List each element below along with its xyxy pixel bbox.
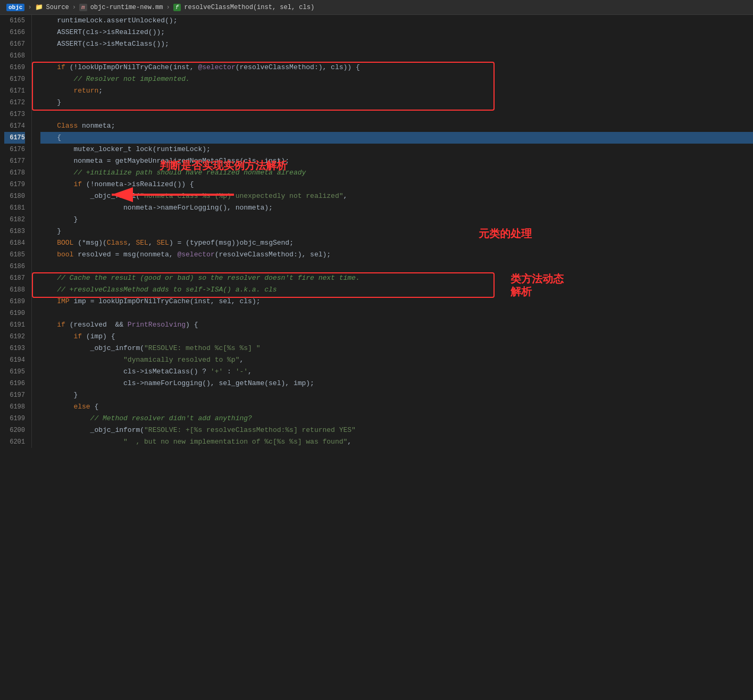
func-icon: f [173,4,181,11]
code-line: { [40,132,753,144]
line-number: 6199 [4,413,25,424]
code-line: else { [40,401,753,413]
sep1: › [28,4,31,11]
code-line: " , but no new implementation of %c[%s %… [40,436,753,448]
breadcrumb-bar: objc › 📁 Source › m objc-runtime-new.mm … [0,0,753,15]
file-icon: m [79,4,87,11]
code-line: // Method resolver didn't add anything? [40,413,753,424]
line-number: 6196 [4,378,25,389]
line-content: if (!nonmeta->isRealized()) { [40,179,194,190]
line-number: 6168 [4,50,25,62]
code-line: } [40,226,753,237]
code-line: _objc_fatal("nonmeta class %s (%p) unexp… [40,190,753,202]
line-number: 6197 [4,389,25,401]
code-line: cls->nameForLogging(), sel_getName(sel),… [40,378,753,389]
code-line: } [40,389,753,401]
line-number: 6187 [4,272,25,284]
line-content: mutex_locker_t lock(runtimeLock); [40,144,211,155]
line-number: 6173 [4,109,25,120]
line-content: _objc_inform("RESOLVE: +[%s resolveClass… [40,424,356,436]
line-number: 6171 [4,85,25,97]
code-line: if (!nonmeta->isRealized()) { [40,179,753,190]
line-content: // Cache the result (good or bad) so the… [40,272,360,284]
line-number: 6183 [4,226,25,237]
line-content: { [40,132,61,144]
line-number: 6190 [4,307,25,319]
line-number: 6180 [4,190,25,202]
line-number: 6175 [4,132,25,144]
code-line: if (imp) { [40,331,753,343]
line-content: IMP imp = lookUpImpOrNilTryCache(inst, s… [40,296,260,307]
line-number: 6194 [4,354,25,366]
line-content: ASSERT(cls->isRealized()); [40,27,165,38]
code-line: if (resolved && PrintResolving) { [40,319,753,331]
line-number: 6172 [4,97,25,109]
folder-icon: 📁 [35,3,43,11]
code-line: ASSERT(cls->isRealized()); [40,27,753,38]
line-number: 6174 [4,120,25,132]
line-content: bool resolved = msg(nonmeta, @selector(r… [40,249,331,261]
line-content: } [40,389,78,401]
line-content: } [40,214,78,226]
line-content: // +initialize path should have realized… [40,167,306,179]
line-content: else { [40,401,98,413]
line-number: 6169 [4,62,25,73]
line-number: 6191 [4,319,25,331]
line-number: 6167 [4,38,25,50]
file-label: objc-runtime-new.mm [90,4,163,11]
line-content: nonmeta = getMaybeUnrealizedNonMetaClass… [40,155,289,167]
line-number: 6195 [4,366,25,378]
line-number: 6182 [4,214,25,226]
code-line [40,50,753,62]
code-line: BOOL (*msg)(Class, SEL, SEL) = (typeof(m… [40,237,753,249]
line-number: 6179 [4,179,25,190]
code-line: // Cache the result (good or bad) so the… [40,272,753,284]
line-content: if (!lookUpImpOrNilTryCache(inst, @selec… [40,62,360,73]
code-line: // +initialize path should have realized… [40,167,753,179]
line-number: 6181 [4,202,25,214]
code-line: bool resolved = msg(nonmeta, @selector(r… [40,249,753,261]
objc-icon: objc [6,4,24,11]
code-line [40,109,753,120]
line-number: 6185 [4,249,25,261]
line-number: 6176 [4,144,25,155]
func-label: resolveClassMethod(inst, sel, cls) [184,4,314,11]
line-content: // Method resolver didn't add anything? [40,413,252,424]
line-content: return; [40,85,103,97]
code-line: Class nonmeta; [40,120,753,132]
code-line: _objc_inform("RESOLVE: method %c[%s %s] … [40,343,753,354]
code-line: // +resolveClassMethod adds to self->ISA… [40,284,753,296]
code-line: "dynamically resolved to %p", [40,354,753,366]
line-number: 6201 [4,436,25,448]
line-content: " , but no new implementation of %c[%s %… [40,436,352,448]
line-number: 6177 [4,155,25,167]
line-content: ASSERT(cls->isMetaClass()); [40,38,169,50]
code-line: // Resolver not implemented. [40,73,753,85]
line-number: 6192 [4,331,25,343]
line-number: 6178 [4,167,25,179]
line-content: cls->isMetaClass() ? '+' : '-', [40,366,252,378]
line-content: runtimeLock.assertUnlocked(); [40,15,177,27]
code-line: return; [40,85,753,97]
code-wrapper: 6165616661676168616961706171617261736174… [0,15,753,448]
code-line: _objc_inform("RESOLVE: +[%s resolveClass… [40,424,753,436]
line-number: 6166 [4,27,25,38]
line-numbers: 6165616661676168616961706171617261736174… [0,15,32,448]
code-line: } [40,97,753,109]
line-number: 6170 [4,73,25,85]
code-line [40,261,753,272]
line-content: // Resolver not implemented. [40,73,190,85]
line-content: _objc_fatal("nonmeta class %s (%p) unexp… [40,190,347,202]
code-lines: runtimeLock.assertUnlocked(); ASSERT(cls… [32,15,753,448]
line-number: 6186 [4,261,25,272]
code-line: nonmeta = getMaybeUnrealizedNonMetaClass… [40,155,753,167]
code-line: if (!lookUpImpOrNilTryCache(inst, @selec… [40,62,753,73]
line-content: cls->nameForLogging(), sel_getName(sel),… [40,378,314,389]
line-content: _objc_inform("RESOLVE: method %c[%s %s] … [40,343,260,354]
code-line: runtimeLock.assertUnlocked(); [40,15,753,27]
code-container: 6165616661676168616961706171617261736174… [0,15,753,448]
line-number: 6200 [4,424,25,436]
line-content: BOOL (*msg)(Class, SEL, SEL) = (typeof(m… [40,237,294,249]
code-line: IMP imp = lookUpImpOrNilTryCache(inst, s… [40,296,753,307]
sep3: › [166,4,170,11]
